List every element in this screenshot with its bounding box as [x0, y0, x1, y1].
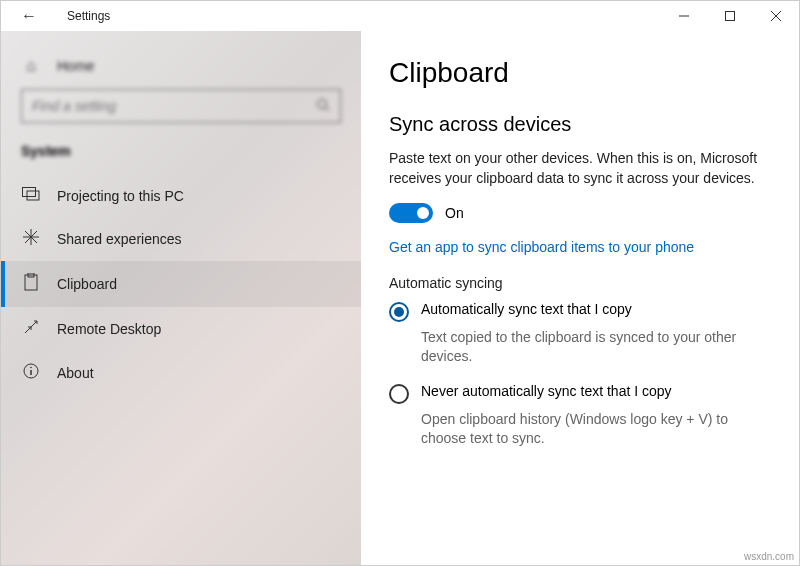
- radio-auto-sync[interactable]: [389, 302, 409, 322]
- sidebar: ⌂ Home System Projecting to this PC: [1, 31, 361, 565]
- sidebar-item-label: Remote Desktop: [57, 321, 161, 337]
- radio-never-sync[interactable]: [389, 384, 409, 404]
- svg-rect-1: [726, 12, 735, 21]
- svg-line-5: [326, 107, 330, 111]
- settings-window: ← Settings ⌂ Home: [0, 0, 800, 566]
- remote-desktop-icon: [21, 319, 41, 339]
- sidebar-item-label: Projecting to this PC: [57, 188, 184, 204]
- clipboard-icon: [21, 273, 41, 295]
- projecting-icon: [21, 187, 41, 205]
- sync-toggle[interactable]: [389, 203, 433, 223]
- sidebar-item-remote-desktop[interactable]: Remote Desktop: [1, 307, 361, 351]
- toggle-state-label: On: [445, 205, 464, 221]
- sidebar-item-shared-experiences[interactable]: Shared experiences: [1, 217, 361, 261]
- maximize-icon: [725, 11, 735, 21]
- category-heading: System: [1, 133, 361, 175]
- sidebar-item-label: Shared experiences: [57, 231, 182, 247]
- get-app-link[interactable]: Get an app to sync clipboard items to yo…: [389, 239, 771, 255]
- watermark: wsxdn.com: [744, 551, 794, 562]
- radio-never-sync-label: Never automatically sync text that I cop…: [421, 383, 672, 399]
- radio-auto-sync-desc: Text copied to the clipboard is synced t…: [421, 328, 771, 367]
- svg-point-17: [30, 367, 32, 369]
- search-input[interactable]: [32, 98, 316, 114]
- page-title: Clipboard: [389, 57, 771, 89]
- automatic-syncing-heading: Automatic syncing: [389, 275, 771, 291]
- minimize-icon: [679, 11, 689, 21]
- shared-experiences-icon: [21, 229, 41, 249]
- main-content: Clipboard Sync across devices Paste text…: [361, 31, 799, 565]
- about-icon: [21, 363, 41, 383]
- sidebar-item-about[interactable]: About: [1, 351, 361, 395]
- sidebar-item-label: About: [57, 365, 94, 381]
- svg-rect-6: [23, 188, 36, 197]
- search-box[interactable]: [21, 89, 341, 123]
- radio-never-sync-desc: Open clipboard history (Windows logo key…: [421, 410, 771, 449]
- close-icon: [771, 11, 781, 21]
- titlebar: ← Settings: [1, 1, 799, 31]
- window-title: Settings: [47, 9, 110, 23]
- home-nav[interactable]: ⌂ Home: [1, 47, 361, 85]
- window-controls: [661, 1, 799, 31]
- section-title: Sync across devices: [389, 113, 771, 136]
- radio-auto-sync-label: Automatically sync text that I copy: [421, 301, 632, 317]
- section-description: Paste text on your other devices. When t…: [389, 148, 769, 189]
- toggle-knob: [417, 207, 429, 219]
- minimize-button[interactable]: [661, 1, 707, 31]
- close-button[interactable]: [753, 1, 799, 31]
- maximize-button[interactable]: [707, 1, 753, 31]
- home-label: Home: [57, 58, 94, 74]
- svg-line-15: [31, 321, 37, 327]
- search-icon: [316, 98, 330, 115]
- sidebar-item-clipboard[interactable]: Clipboard: [1, 261, 361, 307]
- svg-point-4: [318, 99, 327, 108]
- home-icon: ⌂: [21, 57, 41, 75]
- sidebar-item-projecting[interactable]: Projecting to this PC: [1, 175, 361, 217]
- back-button[interactable]: ←: [11, 7, 47, 25]
- svg-line-14: [25, 327, 31, 333]
- sidebar-item-label: Clipboard: [57, 276, 117, 292]
- svg-rect-7: [27, 191, 39, 200]
